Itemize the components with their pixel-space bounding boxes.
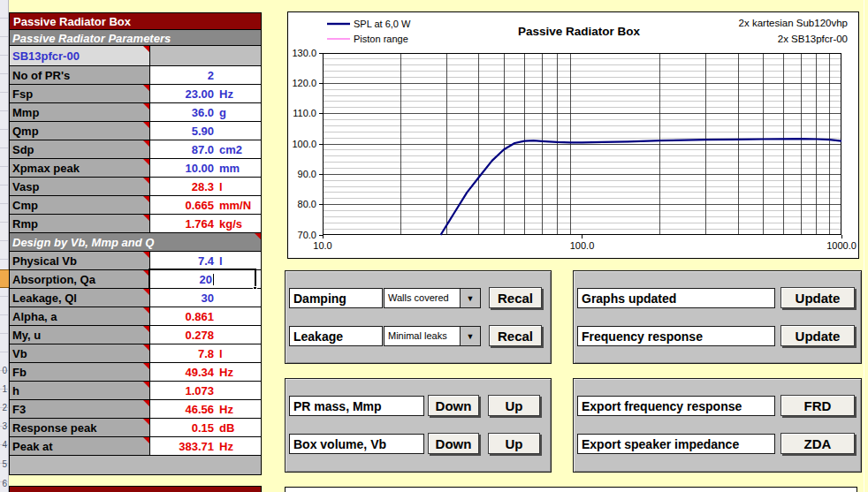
param-label-cell[interactable]: No of PR's xyxy=(10,66,150,84)
damping-select[interactable]: Walls covered ▼ xyxy=(384,288,481,308)
row-number[interactable]: 6 xyxy=(0,480,8,488)
param-label-cell[interactable]: My, u xyxy=(10,326,150,344)
param-label-cell[interactable]: Xpmax peak xyxy=(10,159,150,177)
row-number[interactable]: 2 xyxy=(0,404,8,413)
table-row: Absorption, Qa20 xyxy=(10,270,261,289)
param-label-cell[interactable]: Vb xyxy=(10,344,150,362)
param-label-cell[interactable]: Alpha, a xyxy=(10,307,150,325)
selected-row-marker xyxy=(0,269,9,288)
param-label-cell[interactable]: Fb xyxy=(10,363,150,381)
param-value-cell[interactable]: 28.3l xyxy=(150,178,261,195)
driver-annotation: 2x SB13pfcr-00 xyxy=(778,34,848,44)
row-number[interactable]: 4 xyxy=(0,441,8,450)
param-value: 7.8 xyxy=(150,347,214,362)
row-number[interactable]: 5 xyxy=(0,460,8,469)
leakage-recal-button[interactable]: Recal xyxy=(489,325,542,346)
table-row: Rmp1.764kg/s xyxy=(10,215,261,233)
param-label-cell[interactable]: Cmp xyxy=(10,196,150,214)
param-label-cell[interactable]: h xyxy=(10,382,150,399)
spl-chart[interactable]: 130.0120.0110.0100.090.080.070.010.0100.… xyxy=(287,11,859,259)
comment-marker-icon xyxy=(143,122,149,128)
comment-marker-icon xyxy=(143,178,149,184)
pr-mass-label: PR mass, Mmp xyxy=(289,396,424,416)
param-value-cell[interactable]: 0.861 xyxy=(150,307,261,325)
export-zda-button[interactable]: ZDA xyxy=(780,433,855,454)
chart-title: Passive Radiator Box xyxy=(518,25,641,38)
param-value-cell[interactable]: 10.00mm xyxy=(150,159,261,177)
param-label-cell[interactable]: Peak at xyxy=(10,437,150,455)
row-number[interactable]: 3 xyxy=(0,422,8,431)
param-unit: Hz xyxy=(214,440,261,455)
param-label-cell[interactable]: Leakage, Ql xyxy=(10,289,150,307)
param-unit xyxy=(214,69,261,84)
param-unit: kg/s xyxy=(214,217,261,232)
param-label-cell[interactable]: Fsp xyxy=(10,85,150,102)
param-value: 1.764 xyxy=(150,217,214,232)
export-frd-button[interactable]: FRD xyxy=(780,395,855,416)
param-value-cell[interactable]: 30 xyxy=(150,289,261,307)
section-header[interactable]: Passive Radiator Parameters xyxy=(10,30,261,46)
param-value-cell[interactable]: 49.34Hz xyxy=(150,363,261,381)
frequency-update-button[interactable]: Update xyxy=(780,325,855,346)
param-label-cell[interactable]: Vasp xyxy=(10,178,150,195)
param-value-cell[interactable]: 20 xyxy=(150,270,261,288)
row-number[interactable]: 0 xyxy=(0,367,8,375)
section-header[interactable]: Design by Vb, Mmp and Q xyxy=(10,233,261,252)
comment-marker-icon xyxy=(143,344,149,351)
param-value-cell[interactable]: 2 xyxy=(150,66,261,84)
param-label-cell[interactable]: Sdp xyxy=(10,140,150,158)
row-header-strip: 0123456 xyxy=(0,0,9,492)
param-label-cell[interactable]: Qmp xyxy=(10,122,150,140)
table-row: Qmp5.90 xyxy=(10,122,261,140)
frequency-response-label: Frequency response xyxy=(577,326,775,346)
empty-cell[interactable] xyxy=(150,46,261,65)
leakage-label: Leakage xyxy=(289,326,383,346)
param-label-cell[interactable]: Absorption, Qa xyxy=(10,270,150,288)
param-value-cell[interactable]: 0.278 xyxy=(150,326,261,344)
param-value-cell[interactable]: 5.90 xyxy=(150,122,261,140)
param-label-cell[interactable]: Response peak xyxy=(10,419,150,436)
driver-name-cell[interactable]: SB13pfcr-00 xyxy=(10,46,150,65)
empty-row[interactable] xyxy=(10,456,261,474)
param-value-cell[interactable]: 383.71Hz xyxy=(150,437,261,455)
damping-recal-button[interactable]: Recal xyxy=(489,287,542,308)
param-value-cell[interactable]: 87.0cm2 xyxy=(150,140,261,158)
param-value-cell[interactable]: 1.073 xyxy=(150,382,261,399)
graphs-update-button[interactable]: Update xyxy=(780,287,855,308)
chevron-down-icon[interactable]: ▼ xyxy=(460,289,480,307)
export-panel: Export frequency response FRD Export spe… xyxy=(573,378,862,473)
comment-marker-icon xyxy=(143,159,149,165)
column-gridline xyxy=(864,0,864,492)
comment-marker-icon xyxy=(255,233,261,239)
table-row: Peak at383.71Hz xyxy=(10,437,261,456)
param-label-cell[interactable]: Physical Vb xyxy=(10,252,150,269)
param-label-cell[interactable]: Rmp xyxy=(10,215,150,232)
box-volume-up-button[interactable]: Up xyxy=(488,433,540,454)
param-value-cell[interactable]: 23.00Hz xyxy=(150,85,261,102)
param-value-cell[interactable]: 46.56Hz xyxy=(150,400,261,418)
graphs-updated-label: Graphs updated xyxy=(577,288,775,308)
param-value-cell[interactable]: 7.4l xyxy=(150,252,261,269)
box-volume-down-button[interactable]: Down xyxy=(428,433,479,454)
param-value-cell[interactable]: 36.0g xyxy=(150,103,261,121)
y-tick-label: 100.0 xyxy=(292,139,316,149)
table-title[interactable]: Passive Radiator Box xyxy=(10,13,261,30)
param-label-cell[interactable]: Mmp xyxy=(10,103,150,121)
param-unit xyxy=(214,125,261,140)
pr-mass-down-button[interactable]: Down xyxy=(428,395,479,416)
param-value-cell[interactable]: 1.764kg/s xyxy=(150,215,261,232)
param-unit xyxy=(214,291,261,307)
param-value-cell[interactable]: 0.15dB xyxy=(150,419,261,436)
pr-mass-up-button[interactable]: Up xyxy=(488,395,540,416)
param-value-cell[interactable]: 0.665mm/N xyxy=(150,196,261,214)
leakage-select[interactable]: Minimal leaks ▼ xyxy=(384,326,481,346)
param-unit: l xyxy=(214,254,261,269)
table-row: Fb49.34Hz xyxy=(10,363,261,382)
row-number[interactable]: 1 xyxy=(0,385,8,394)
y-tick-label: 90.0 xyxy=(298,169,316,179)
comment-marker-icon xyxy=(143,215,149,221)
param-value-cell[interactable]: 7.8l xyxy=(150,344,261,362)
param-value: 30 xyxy=(150,291,214,307)
chevron-down-icon[interactable]: ▼ xyxy=(460,327,480,345)
param-label-cell[interactable]: F3 xyxy=(10,400,150,418)
